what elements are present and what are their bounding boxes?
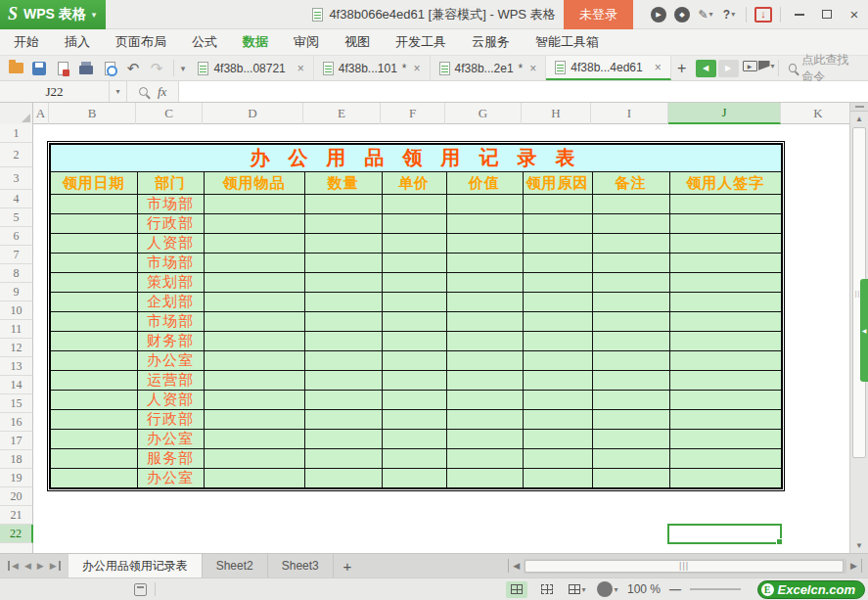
scroll-right-button[interactable]: ▶ — [850, 561, 857, 571]
empty-cell[interactable] — [523, 195, 592, 214]
empty-cell[interactable] — [592, 391, 669, 410]
empty-cell[interactable] — [592, 254, 669, 273]
empty-cell[interactable] — [204, 254, 304, 273]
reading-mode-button[interactable]: ▾ — [597, 581, 618, 598]
row-header-19[interactable]: 19 — [0, 469, 32, 487]
empty-cell[interactable] — [382, 254, 446, 273]
login-button[interactable]: 未登录 — [564, 0, 633, 29]
empty-cell[interactable] — [382, 391, 446, 410]
empty-cell[interactable] — [304, 391, 382, 410]
selected-cell-J22[interactable] — [667, 524, 782, 544]
empty-cell[interactable] — [204, 351, 304, 371]
empty-cell[interactable] — [592, 214, 669, 234]
empty-cell[interactable] — [592, 273, 669, 293]
wps-logo[interactable]: S WPS 表格 ▾ — [0, 0, 106, 29]
row-header-18[interactable]: 18 — [0, 450, 32, 469]
open-file-button[interactable] — [6, 59, 25, 78]
department-cell[interactable]: 办公室 — [137, 351, 204, 371]
department-cell[interactable]: 市场部 — [137, 312, 204, 332]
formula-input[interactable] — [178, 81, 868, 102]
menu-item-developer[interactable]: 开发工具 — [395, 33, 446, 51]
column-header-D[interactable]: D — [203, 103, 303, 124]
empty-cell[interactable] — [592, 293, 669, 312]
empty-cell[interactable] — [204, 234, 304, 254]
row-header-11[interactable]: 11 — [0, 320, 32, 339]
row-header-3[interactable]: 3 — [0, 167, 32, 190]
maximize-button[interactable] — [813, 4, 841, 25]
column-header-K[interactable]: K — [781, 103, 856, 124]
cell-name-box[interactable]: J22 — [0, 81, 110, 102]
empty-cell[interactable] — [523, 449, 592, 469]
empty-cell[interactable] — [669, 234, 782, 254]
empty-cell[interactable] — [446, 332, 523, 351]
macro-record-icon[interactable] — [134, 583, 147, 596]
empty-cell[interactable] — [304, 273, 382, 293]
empty-cell[interactable] — [446, 195, 523, 214]
empty-cell[interactable] — [669, 254, 782, 273]
normal-view-button[interactable] — [506, 581, 527, 598]
row-header-7[interactable]: 7 — [0, 246, 32, 264]
empty-cell[interactable] — [382, 430, 446, 449]
custom-view-button[interactable]: ▾ — [567, 581, 588, 598]
empty-cell[interactable] — [50, 371, 137, 391]
row-header-22[interactable]: 22 — [0, 525, 33, 543]
empty-cell[interactable] — [304, 332, 382, 351]
name-box-dropdown[interactable]: ▾ — [110, 81, 127, 102]
last-sheet-button[interactable]: ▶ — [50, 561, 61, 571]
sheet-tab-sheet2[interactable]: Sheet2 — [203, 554, 268, 577]
empty-cell[interactable] — [523, 254, 592, 273]
empty-cell[interactable] — [446, 371, 523, 391]
doc-tab-3[interactable]: 4f38b...2e1 * × — [431, 56, 547, 80]
empty-cell[interactable] — [304, 254, 382, 273]
empty-cell[interactable] — [50, 449, 137, 469]
empty-cell[interactable] — [382, 234, 446, 254]
empty-cell[interactable] — [304, 410, 382, 430]
table-header-cell[interactable]: 领用物品 — [204, 172, 304, 195]
empty-cell[interactable] — [523, 332, 592, 351]
empty-cell[interactable] — [304, 293, 382, 312]
zoom-slider[interactable] — [690, 588, 741, 590]
empty-cell[interactable] — [382, 332, 446, 351]
empty-cell[interactable] — [523, 469, 592, 489]
page-break-view-button[interactable] — [536, 581, 558, 598]
empty-cell[interactable] — [50, 312, 137, 332]
column-header-A[interactable]: A — [33, 103, 49, 124]
empty-cell[interactable] — [204, 469, 304, 489]
empty-cell[interactable] — [669, 430, 782, 449]
table-header-cell[interactable]: 部门 — [137, 172, 204, 195]
empty-cell[interactable] — [669, 195, 782, 214]
empty-cell[interactable] — [204, 371, 304, 391]
doc-tab-2[interactable]: 4f38b...101 * × — [314, 56, 431, 80]
column-header-I[interactable]: I — [591, 103, 668, 124]
empty-cell[interactable] — [446, 254, 523, 273]
empty-cell[interactable] — [592, 469, 669, 489]
insert-function-button[interactable]: fx — [158, 84, 166, 100]
sheet-canvas[interactable]: 办 公 用 品 领 用 记 录 表领用日期部门领用物品数量单价价值领用原因备注领… — [33, 124, 868, 553]
department-cell[interactable]: 行政部 — [137, 214, 204, 234]
close-icon[interactable]: × — [414, 62, 421, 75]
next-tab-button[interactable]: ▶ — [718, 60, 739, 77]
menu-item-formulas[interactable]: 公式 — [192, 33, 217, 51]
close-icon[interactable]: × — [655, 61, 662, 74]
zoom-out-button[interactable]: — — [669, 582, 681, 596]
help-menu[interactable]: ?▾ — [717, 4, 741, 25]
department-cell[interactable]: 市场部 — [137, 254, 204, 273]
table-header-cell[interactable]: 价值 — [446, 172, 523, 195]
empty-cell[interactable] — [50, 234, 137, 254]
empty-cell[interactable] — [592, 234, 669, 254]
empty-cell[interactable] — [382, 214, 446, 234]
column-header-B[interactable]: B — [49, 103, 136, 124]
feedback-icon[interactable]: ▶ — [647, 4, 670, 25]
row-header-9[interactable]: 9 — [0, 283, 32, 301]
download-icon[interactable]: ↓ — [752, 4, 775, 25]
row-header-21[interactable]: 21 — [0, 506, 32, 525]
department-cell[interactable]: 服务部 — [137, 449, 204, 469]
empty-cell[interactable] — [382, 195, 446, 214]
empty-cell[interactable] — [382, 449, 446, 469]
command-search[interactable]: 点此查找命令 — [781, 56, 868, 80]
empty-cell[interactable] — [382, 293, 446, 312]
play-presentation-button[interactable]: ▶ — [742, 56, 758, 75]
doc-tab-4-active[interactable]: 4f38b...4ed61 × — [546, 56, 670, 80]
empty-cell[interactable] — [669, 410, 782, 430]
prev-tab-button[interactable]: ◀ — [696, 60, 716, 77]
